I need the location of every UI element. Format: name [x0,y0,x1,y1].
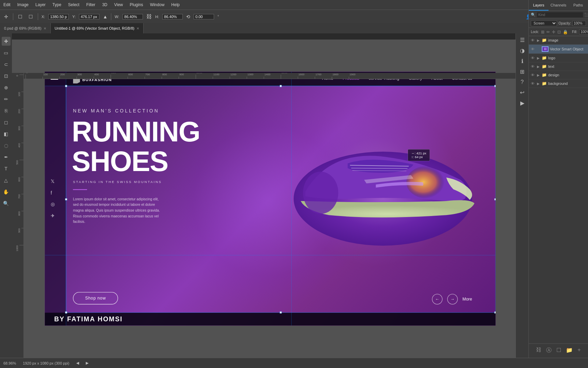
menu-image[interactable]: Image [17,2,29,7]
new-group-icon[interactable]: 📁 [565,346,574,355]
hand-tool[interactable]: ✋ [2,187,11,196]
twitter-icon[interactable]: 𝕏 [51,179,55,184]
layer-text[interactable]: 👁 ▶ 📁 text [529,62,588,71]
clone-tool[interactable]: ⎘ [2,106,11,115]
pen-tool[interactable]: ✒ [2,153,11,162]
layer-type-icon[interactable]: ⬛ [584,13,588,17]
lock-paint-icon[interactable]: ✏ [546,30,550,34]
more-label[interactable]: More [462,297,472,302]
blend-mode-select[interactable]: Screen Normal Multiply Overlay [531,20,557,26]
hero-description: Lorem ipsum dolor sit amet, consectetur … [73,196,162,225]
layers-list: 👁 ▶ 📁 image 👁 ▶ 🖼 Vector Smart Object 👁 … [529,36,588,343]
w-value[interactable]: 86.40% [122,14,143,19]
crop-tool[interactable]: ⊡ [2,72,11,80]
history-icon-strip[interactable]: ↩ [520,89,524,96]
transform-controls-checkbox[interactable]: ☐ [27,13,34,20]
instagram-icon[interactable]: ◎ [51,201,55,207]
layer-image[interactable]: 👁 ▶ 📁 image [529,36,588,45]
layer-visibility-vso[interactable]: 👁 [531,47,536,51]
selection-tool[interactable]: ▭ [2,48,11,57]
layer-logo[interactable]: 👁 ▶ 📁 logo [529,54,588,62]
facebook-icon[interactable]: f [51,190,55,196]
add-mask-icon[interactable]: ☐ [555,346,562,355]
menu-filter[interactable]: Filter [86,2,95,7]
menu-layer[interactable]: Layer [35,2,46,7]
layer-visibility-image[interactable]: 👁 [531,38,536,42]
move-tool-icon[interactable]: ✛ [3,13,10,20]
layer-visibility-design[interactable]: 👁 [531,73,536,77]
next-arrow-button[interactable]: → [447,294,458,304]
eraser-tool[interactable]: ◻ [2,118,11,127]
tab-untitled[interactable]: Untitled-1 @ 69% (Vector Smart Object, R… [51,23,144,33]
layer-vector-smart-object[interactable]: 👁 ▶ 🖼 Vector Smart Object [529,45,588,54]
x-value[interactable]: 1380.50 p [48,14,69,19]
panel-tabs: Layers Channels Paths [529,0,588,11]
paths-tab[interactable]: Paths [568,0,588,11]
arrow-nav-left[interactable]: ◀ [76,361,79,365]
properties-icon-strip[interactable]: ℹ [521,58,523,64]
dodge-tool[interactable]: ◌ [2,141,11,150]
layer-design[interactable]: 👁 ▶ 📁 design [529,71,588,79]
channels-tab[interactable]: Channels [549,0,568,11]
menu-help[interactable]: Help [171,2,180,7]
layer-expand-logo[interactable]: ▶ [537,56,540,60]
lock-transparency-icon[interactable]: ⊞ [541,30,544,34]
menu-edit[interactable]: Edit [3,2,11,7]
y-value[interactable]: 476.17 px [79,14,99,19]
path-tool[interactable]: △ [2,176,11,185]
menu-type[interactable]: Type [52,2,61,7]
libraries-icon-strip[interactable]: ⊞ [520,68,524,75]
tab-0psd-close[interactable]: ✕ [44,27,46,30]
arrow-nav-right[interactable]: ▶ [86,361,88,365]
angle-value[interactable]: 0.00 [194,14,214,19]
layer-visibility-text[interactable]: 👁 [531,64,536,68]
layer-visibility-logo[interactable]: 👁 [531,56,536,60]
zoom-tool[interactable]: 🔍 [2,199,11,208]
layers-icon-strip[interactable]: ☰ [520,37,525,43]
layer-expand-background[interactable]: ▶ [537,82,540,86]
prev-arrow-button[interactable]: ← [432,294,442,304]
menu-window[interactable]: Window [150,2,165,7]
link-layers-icon[interactable]: ⛓ [535,346,542,355]
handle-mr[interactable] [494,198,495,200]
menu-3d[interactable]: 3D [102,2,107,7]
move-tool[interactable]: ✛ [2,37,11,46]
gradient-tool[interactable]: ◧ [2,129,11,138]
eyedropper-tool[interactable]: ⊕ [2,83,11,92]
layers-tab[interactable]: Layers [529,0,549,11]
hero-slogan: STARTING IN THE SWISS MOUNTAINS [73,180,162,184]
layers-search-input[interactable] [537,12,583,17]
actions-icon-strip[interactable]: ▶ [520,100,524,106]
layer-expand-design[interactable]: ▶ [537,73,540,77]
layer-background[interactable]: 👁 ▶ 📁 background [529,79,588,88]
opacity-input[interactable] [572,21,586,26]
menu-view[interactable]: View [114,2,123,7]
link-icon[interactable]: ⛓ [146,14,152,20]
lock-artboard-icon[interactable]: ⊡ [557,30,561,34]
auto-select-checkbox[interactable]: ☐ [17,13,24,20]
zoom-level[interactable]: 68.96% [3,361,16,365]
learn-icon-strip[interactable]: ? [521,79,524,85]
add-style-icon[interactable]: Ⓐ [545,346,553,355]
design-content: BOXFASHION Home Products service Trackin… [45,72,496,325]
canvas-area[interactable]: .rtick { position: absolute; bottom: 0; … [12,40,528,358]
tooltip-height: ↕: 64 px [411,155,426,159]
layer-expand-text[interactable]: ▶ [537,65,540,68]
tab-untitled-close[interactable]: ✕ [136,27,139,30]
lock-position-icon[interactable]: ✛ [552,30,555,34]
adjustments-icon-strip[interactable]: ◑ [520,47,525,54]
h-value[interactable]: 86.40% [162,14,183,19]
tab-0psd[interactable]: 0.psd @ 69% (RGB/8) ✕ [0,23,51,33]
layer-visibility-background[interactable]: 👁 [531,81,536,86]
lasso-tool[interactable]: ⊂ [2,60,11,69]
menu-plugins[interactable]: Plugins [130,2,143,7]
lock-all-icon[interactable]: 🔒 [563,30,568,34]
new-layer-icon[interactable]: + [576,346,582,355]
brush-tool[interactable]: ✏ [2,95,11,104]
telegram-icon[interactable]: ✈ [51,213,55,219]
fill-input[interactable] [579,29,588,34]
menu-select[interactable]: Select [68,2,79,7]
type-tool[interactable]: T [2,164,11,173]
shop-now-button[interactable]: Shop now [73,292,118,305]
layer-expand-image[interactable]: ▶ [537,39,540,42]
